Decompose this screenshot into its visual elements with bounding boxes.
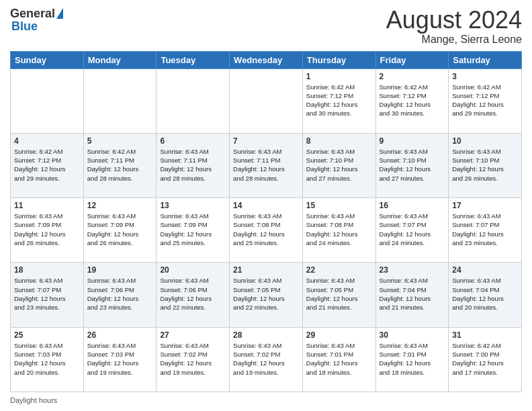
- logo-blue-text: Blue: [11, 19, 38, 34]
- calendar-cell: 5Sunrise: 6:42 AM Sunset: 7:11 PM Daylig…: [83, 133, 157, 197]
- day-info: Sunrise: 6:43 AM Sunset: 7:09 PM Dayligh…: [160, 212, 226, 247]
- day-number: 12: [87, 201, 153, 210]
- calendar-cell: 27Sunrise: 6:43 AM Sunset: 7:02 PM Dayli…: [157, 327, 230, 392]
- day-number: 23: [380, 265, 445, 275]
- day-number: 14: [233, 201, 299, 210]
- day-number: 31: [452, 330, 518, 340]
- day-info: Sunrise: 6:42 AM Sunset: 7:00 PM Dayligh…: [452, 341, 518, 377]
- calendar-cell: 8Sunrise: 6:43 AM Sunset: 7:10 PM Daylig…: [302, 133, 375, 197]
- calendar-cell: 13Sunrise: 6:43 AM Sunset: 7:09 PM Dayli…: [157, 198, 230, 263]
- day-info: Sunrise: 6:43 AM Sunset: 7:08 PM Dayligh…: [306, 212, 372, 247]
- header: General Blue August 2024 Mange, Sierra L…: [10, 7, 522, 46]
- day-number: 8: [306, 136, 372, 146]
- calendar-day-header: Wednesday: [230, 51, 303, 68]
- main-title: August 2024: [386, 7, 522, 34]
- day-number: 11: [14, 201, 80, 210]
- calendar-cell: 14Sunrise: 6:43 AM Sunset: 7:08 PM Dayli…: [230, 198, 303, 263]
- day-info: Sunrise: 6:43 AM Sunset: 7:05 PM Dayligh…: [233, 276, 299, 312]
- title-section: August 2024 Mange, Sierra Leone: [386, 7, 522, 46]
- day-number: 3: [452, 72, 518, 81]
- calendar-cell: 29Sunrise: 6:43 AM Sunset: 7:01 PM Dayli…: [302, 327, 375, 392]
- calendar-cell: [83, 68, 157, 133]
- calendar-cell: [230, 68, 303, 133]
- day-info: Sunrise: 6:43 AM Sunset: 7:07 PM Dayligh…: [380, 212, 445, 247]
- day-info: Sunrise: 6:43 AM Sunset: 7:06 PM Dayligh…: [160, 276, 226, 312]
- day-number: 2: [380, 72, 445, 81]
- day-number: 4: [14, 136, 80, 146]
- calendar-cell: 7Sunrise: 6:43 AM Sunset: 7:11 PM Daylig…: [230, 133, 303, 197]
- calendar-day-header: Friday: [375, 51, 449, 68]
- calendar-cell: 17Sunrise: 6:43 AM Sunset: 7:07 PM Dayli…: [449, 198, 522, 263]
- day-info: Sunrise: 6:42 AM Sunset: 7:12 PM Dayligh…: [14, 147, 80, 183]
- day-info: Sunrise: 6:43 AM Sunset: 7:02 PM Dayligh…: [233, 341, 299, 377]
- day-info: Sunrise: 6:43 AM Sunset: 7:05 PM Dayligh…: [306, 276, 372, 312]
- day-info: Sunrise: 6:43 AM Sunset: 7:09 PM Dayligh…: [14, 212, 80, 247]
- day-info: Sunrise: 6:43 AM Sunset: 7:08 PM Dayligh…: [233, 212, 299, 247]
- calendar-day-header: Sunday: [11, 51, 84, 68]
- calendar-cell: 20Sunrise: 6:43 AM Sunset: 7:06 PM Dayli…: [157, 263, 230, 327]
- day-info: Sunrise: 6:43 AM Sunset: 7:01 PM Dayligh…: [380, 341, 445, 377]
- day-info: Sunrise: 6:43 AM Sunset: 7:02 PM Dayligh…: [160, 341, 226, 377]
- subtitle: Mange, Sierra Leone: [386, 34, 522, 46]
- calendar-cell: 31Sunrise: 6:42 AM Sunset: 7:00 PM Dayli…: [449, 327, 522, 392]
- day-number: 25: [14, 330, 80, 340]
- page: General Blue August 2024 Mange, Sierra L…: [0, 0, 532, 411]
- calendar-cell: 2Sunrise: 6:42 AM Sunset: 7:12 PM Daylig…: [375, 68, 449, 133]
- day-info: Sunrise: 6:43 AM Sunset: 7:09 PM Dayligh…: [87, 212, 153, 247]
- day-number: 6: [160, 136, 226, 146]
- calendar-cell: 18Sunrise: 6:43 AM Sunset: 7:07 PM Dayli…: [11, 263, 84, 327]
- calendar-cell: [11, 68, 84, 133]
- footer-label: Daylight hours: [10, 396, 57, 404]
- day-info: Sunrise: 6:42 AM Sunset: 7:11 PM Dayligh…: [87, 147, 153, 183]
- calendar-cell: 24Sunrise: 6:43 AM Sunset: 7:04 PM Dayli…: [449, 263, 522, 327]
- calendar-week-row: 11Sunrise: 6:43 AM Sunset: 7:09 PM Dayli…: [11, 198, 522, 263]
- calendar-week-row: 1Sunrise: 6:42 AM Sunset: 7:12 PM Daylig…: [11, 68, 522, 133]
- calendar-cell: 6Sunrise: 6:43 AM Sunset: 7:11 PM Daylig…: [157, 133, 230, 197]
- day-info: Sunrise: 6:43 AM Sunset: 7:03 PM Dayligh…: [87, 341, 153, 377]
- day-info: Sunrise: 6:43 AM Sunset: 7:11 PM Dayligh…: [160, 147, 226, 183]
- day-number: 28: [233, 330, 299, 340]
- calendar-cell: 28Sunrise: 6:43 AM Sunset: 7:02 PM Dayli…: [230, 327, 303, 392]
- day-number: 10: [452, 136, 518, 146]
- logo-triangle-icon: [56, 8, 63, 19]
- calendar-week-row: 4Sunrise: 6:42 AM Sunset: 7:12 PM Daylig…: [11, 133, 522, 197]
- day-info: Sunrise: 6:43 AM Sunset: 7:10 PM Dayligh…: [380, 147, 445, 183]
- calendar-cell: 4Sunrise: 6:42 AM Sunset: 7:12 PM Daylig…: [11, 133, 84, 197]
- day-info: Sunrise: 6:43 AM Sunset: 7:07 PM Dayligh…: [14, 276, 80, 312]
- calendar-cell: 11Sunrise: 6:43 AM Sunset: 7:09 PM Dayli…: [11, 198, 84, 263]
- day-info: Sunrise: 6:42 AM Sunset: 7:12 PM Dayligh…: [306, 83, 372, 118]
- day-info: Sunrise: 6:43 AM Sunset: 7:10 PM Dayligh…: [452, 147, 518, 183]
- calendar-table: SundayMondayTuesdayWednesdayThursdayFrid…: [10, 51, 522, 392]
- day-info: Sunrise: 6:43 AM Sunset: 7:04 PM Dayligh…: [452, 276, 518, 312]
- calendar-day-header: Tuesday: [157, 51, 230, 68]
- calendar-cell: 15Sunrise: 6:43 AM Sunset: 7:08 PM Dayli…: [302, 198, 375, 263]
- day-info: Sunrise: 6:43 AM Sunset: 7:10 PM Dayligh…: [306, 147, 372, 183]
- day-number: 22: [306, 265, 372, 275]
- calendar-cell: 22Sunrise: 6:43 AM Sunset: 7:05 PM Dayli…: [302, 263, 375, 327]
- calendar-cell: 21Sunrise: 6:43 AM Sunset: 7:05 PM Dayli…: [230, 263, 303, 327]
- logo: General Blue: [10, 7, 63, 34]
- calendar-cell: 19Sunrise: 6:43 AM Sunset: 7:06 PM Dayli…: [83, 263, 157, 327]
- day-info: Sunrise: 6:42 AM Sunset: 7:12 PM Dayligh…: [452, 83, 518, 118]
- day-info: Sunrise: 6:42 AM Sunset: 7:12 PM Dayligh…: [380, 83, 445, 118]
- calendar-cell: 12Sunrise: 6:43 AM Sunset: 7:09 PM Dayli…: [83, 198, 157, 263]
- calendar-week-row: 25Sunrise: 6:43 AM Sunset: 7:03 PM Dayli…: [11, 327, 522, 392]
- day-info: Sunrise: 6:43 AM Sunset: 7:01 PM Dayligh…: [306, 341, 372, 377]
- day-number: 1: [306, 72, 372, 81]
- day-number: 19: [87, 265, 153, 275]
- day-info: Sunrise: 6:43 AM Sunset: 7:07 PM Dayligh…: [452, 212, 518, 247]
- calendar-week-row: 18Sunrise: 6:43 AM Sunset: 7:07 PM Dayli…: [11, 263, 522, 327]
- calendar-cell: 26Sunrise: 6:43 AM Sunset: 7:03 PM Dayli…: [83, 327, 157, 392]
- day-number: 15: [306, 201, 372, 210]
- day-number: 18: [14, 265, 80, 275]
- calendar-header-row: SundayMondayTuesdayWednesdayThursdayFrid…: [11, 51, 522, 68]
- calendar-day-header: Thursday: [302, 51, 375, 68]
- day-info: Sunrise: 6:43 AM Sunset: 7:04 PM Dayligh…: [380, 276, 445, 312]
- day-number: 27: [160, 330, 226, 340]
- calendar-day-header: Saturday: [449, 51, 522, 68]
- footer: Daylight hours: [10, 396, 522, 404]
- calendar-cell: 23Sunrise: 6:43 AM Sunset: 7:04 PM Dayli…: [375, 263, 449, 327]
- calendar-cell: 30Sunrise: 6:43 AM Sunset: 7:01 PM Dayli…: [375, 327, 449, 392]
- day-number: 16: [380, 201, 445, 210]
- day-number: 29: [306, 330, 372, 340]
